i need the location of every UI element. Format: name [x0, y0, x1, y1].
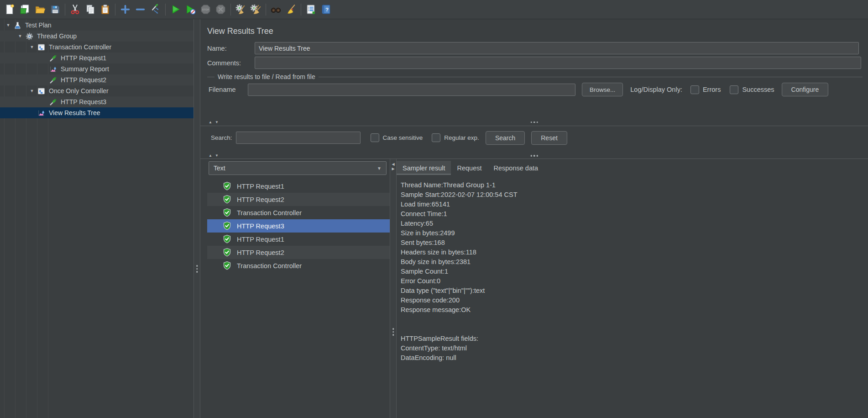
comments-input[interactable]: [255, 57, 861, 69]
tree-item-view-results-tree[interactable]: ▼View Results Tree: [0, 107, 193, 118]
collapse-left-icon[interactable]: ◀: [392, 163, 394, 166]
chevron-down-icon: ▼: [377, 166, 382, 171]
search-button[interactable]: Search: [486, 131, 525, 145]
name-input[interactable]: [255, 42, 859, 54]
splitter-grip-icon[interactable]: [196, 265, 198, 273]
test-plan-icon: [14, 21, 21, 29]
result-item-http-request2[interactable]: HTTP Request2: [207, 193, 390, 206]
new-file-button[interactable]: [2, 2, 17, 17]
start-no-pauses-button[interactable]: [183, 2, 198, 17]
expander-icon[interactable]: ▼: [29, 45, 35, 49]
tab-request[interactable]: Request: [451, 161, 487, 175]
start-no-pauses-icon: [185, 4, 196, 15]
tree-item-label: HTTP Request1: [61, 54, 106, 62]
tree-item-once-only-controller[interactable]: ▼Once Only Controller: [0, 85, 193, 96]
results-section-splitter[interactable]: ▲ ▼: [200, 153, 868, 159]
sampler-line: Size in bytes:2499: [401, 229, 863, 239]
splitter-grip-icon[interactable]: [392, 328, 394, 336]
configure-button[interactable]: Configure: [782, 83, 829, 96]
tree-item-http-request1[interactable]: ▼HTTP Request1: [0, 53, 193, 63]
results-detail-splitter[interactable]: ◀ ▶: [390, 159, 397, 418]
successes-checkbox[interactable]: [730, 85, 738, 94]
case-sensitive-checkbox[interactable]: [371, 133, 379, 142]
shutdown-button[interactable]: [213, 2, 228, 17]
sampler-line: Error Count:0: [401, 277, 863, 287]
clear-button[interactable]: [233, 2, 248, 17]
toolbar-separator: [230, 4, 231, 16]
search-input[interactable]: [236, 132, 361, 144]
templates-button[interactable]: [17, 2, 32, 17]
shield-success-icon: [222, 261, 232, 270]
chart-listener-icon: [37, 109, 45, 117]
result-item-http-request1[interactable]: HTTP Request1: [207, 180, 390, 193]
start-button[interactable]: [168, 2, 183, 17]
search-section-splitter[interactable]: ▲ ▼: [200, 119, 868, 126]
result-item-http-request2[interactable]: HTTP Request2: [207, 246, 390, 259]
clear-all-icon: [250, 4, 261, 15]
reset-button[interactable]: Reset: [531, 131, 567, 145]
collapse-right-icon[interactable]: ▶: [392, 167, 394, 171]
stop-icon: STOP: [200, 4, 211, 15]
open-folder-button[interactable]: [32, 2, 47, 17]
tree-item-http-request2[interactable]: ▼HTTP Request2: [0, 74, 193, 85]
result-item-transaction-controller[interactable]: Transaction Controller: [207, 206, 390, 219]
result-item-transaction-controller[interactable]: Transaction Controller: [207, 259, 390, 272]
collapse-up-icon[interactable]: ▲: [209, 121, 212, 124]
paste-button[interactable]: [98, 2, 113, 17]
tree-item-test-plan[interactable]: ▼Test Plan: [0, 20, 193, 31]
tab-sampler-result[interactable]: Sampler result: [397, 161, 451, 175]
collapse-arrows[interactable]: ◀ ▶: [392, 163, 394, 171]
write-results-group: Write results to file / Read from file F…: [207, 77, 863, 101]
tree-main-splitter[interactable]: [193, 19, 200, 418]
search-reset-button[interactable]: [283, 2, 298, 17]
regular-exp-checkbox[interactable]: [432, 133, 440, 142]
result-item-http-request1[interactable]: HTTP Request1: [207, 233, 390, 246]
result-item-http-request3[interactable]: HTTP Request3: [207, 219, 390, 233]
tree-item-transaction-controller[interactable]: ▼Transaction Controller: [0, 42, 193, 53]
result-item-label: HTTP Request2: [237, 249, 284, 256]
add-button[interactable]: [118, 2, 133, 17]
page-title: View Results Tree: [200, 19, 868, 40]
search-button[interactable]: [268, 2, 283, 17]
sampler-line: Body size in bytes:2381: [401, 258, 863, 268]
help-button[interactable]: ?: [319, 2, 334, 17]
copy-button[interactable]: [83, 2, 98, 17]
sampler-line: Sent bytes:168: [401, 239, 863, 249]
tree-item-http-request3[interactable]: ▼HTTP Request3: [0, 96, 193, 107]
tree-item-label: Test Plan: [25, 21, 52, 29]
svg-text:STOP: STOP: [202, 8, 209, 11]
sampler-line: [401, 316, 863, 325]
errors-checkbox[interactable]: [690, 85, 699, 94]
tab-response-data[interactable]: Response data: [488, 161, 544, 175]
toolbar-separator: [165, 4, 166, 16]
browse-button[interactable]: Browse...: [582, 83, 623, 96]
tree-item-thread-group[interactable]: ▼Thread Group: [0, 31, 193, 42]
main-toolbar: STOP?: [0, 0, 868, 19]
tree-item-label: Once Only Controller: [49, 87, 109, 95]
tree-item-summary-report[interactable]: ▼Summary Report: [0, 63, 193, 74]
sampler-result-text: Thread Name:Thread Group 1-1Sample Start…: [397, 175, 868, 364]
function-helper-button[interactable]: [303, 2, 319, 17]
splitter-grip-icon[interactable]: [530, 122, 538, 123]
splitter-grip-icon[interactable]: [530, 155, 538, 157]
tree-item-label: Summary Report: [61, 65, 109, 73]
toggle-button[interactable]: [148, 2, 163, 17]
renderer-select[interactable]: Text ▼: [209, 161, 387, 175]
expander-icon[interactable]: ▼: [5, 23, 11, 27]
expander-icon[interactable]: ▼: [17, 34, 23, 38]
test-plan-tree-panel[interactable]: ▼Test Plan▼Thread Group▼Transaction Cont…: [0, 19, 193, 418]
filename-input[interactable]: [248, 84, 575, 96]
shield-success-icon: [222, 208, 232, 217]
tree-item-label: Thread Group: [37, 32, 77, 40]
collapse-down-icon[interactable]: ▼: [215, 154, 219, 158]
collapse-down-icon[interactable]: ▼: [215, 121, 219, 124]
remove-button[interactable]: [133, 2, 148, 17]
clear-all-button[interactable]: [248, 2, 263, 17]
cut-button[interactable]: [68, 2, 83, 17]
sampler-line: Thread Name:Thread Group 1-1: [401, 181, 863, 191]
save-button[interactable]: [47, 2, 63, 17]
stop-button[interactable]: STOP: [198, 2, 213, 17]
collapse-up-icon[interactable]: ▲: [209, 154, 212, 158]
expander-icon[interactable]: ▼: [29, 89, 35, 93]
group-legend: Write results to file / Read from file: [214, 73, 319, 80]
